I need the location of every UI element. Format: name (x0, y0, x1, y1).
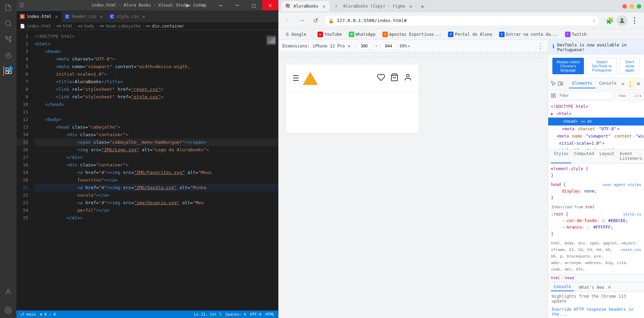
devtools-tab-elements[interactable]: Elements (569, 79, 596, 88)
devtools-inspect-icon[interactable] (551, 92, 556, 99)
chrome-tab-figma[interactable]: ✦ AluraBooks (Copy) - Figma ✕ (331, 1, 416, 11)
device-toggle-icon[interactable] (558, 79, 563, 88)
svg-rect-16 (551, 94, 553, 95)
tab-close-style-css[interactable]: ✕ (142, 14, 145, 19)
switch-devtools-button[interactable]: Switch DevTools to Portuguese (587, 58, 617, 74)
chrome-tab-close-figma[interactable]: ✕ (409, 3, 412, 9)
dimension-height-input[interactable] (380, 43, 397, 50)
bookmark-youtube[interactable]: ▶ YouTube (315, 30, 345, 39)
user-icon[interactable] (404, 73, 412, 83)
styles-tab-computed[interactable]: Computed (571, 150, 597, 163)
spaces[interactable]: Spaces: 4 (226, 312, 246, 317)
tab-index-html[interactable]: H index.html ✕ (16, 10, 61, 22)
git-branch[interactable]: ⎇ main (20, 312, 36, 317)
phone-hamburger-menu[interactable]: ☰ (292, 74, 299, 83)
dimensions-more-icon[interactable]: ⋮ (538, 42, 544, 50)
errors-count[interactable]: ⊗ 0 ⚠ 0 (40, 312, 56, 317)
device-select[interactable]: iPhone 12 Pro (312, 44, 345, 48)
devtools-tab-console[interactable]: Console (596, 79, 620, 88)
zoom-control[interactable]: 99% ▾ (400, 44, 410, 48)
more-menu-icon[interactable]: ⋮ (629, 15, 640, 26)
encoding[interactable]: UTF-8 (250, 312, 261, 317)
activity-account-icon[interactable] (3, 287, 13, 297)
line-col[interactable]: Ln 21, Col 1 (194, 312, 221, 317)
dom-line-meta-charset[interactable]: <meta charset="UTF-8"> (548, 125, 644, 133)
forward-button[interactable]: → (296, 15, 307, 26)
breadcrumb-html[interactable]: html (551, 276, 560, 280)
bookmark-apostas[interactable]: A Apostas Esportivas... (380, 30, 444, 39)
breadcrumb-item-5[interactable]: div.container (152, 24, 184, 29)
maximize-button[interactable]: □ (246, 0, 262, 10)
breadcrumb-item-4[interactable]: head.cabeçalho (106, 24, 140, 29)
device-dropdown-icon[interactable]: ▾ (347, 43, 350, 49)
dom-line-meta-viewport-cont: nitial-scale=1.0"> (548, 140, 644, 147)
reload-button[interactable]: ↺ (310, 15, 321, 26)
activity-search-icon[interactable] (3, 19, 13, 28)
override-http-link[interactable]: Override HTTP response headers in the... (548, 306, 644, 318)
run-button[interactable]: ▶ (180, 0, 196, 10)
devtools-settings-icon[interactable]: ⚙ (635, 79, 641, 88)
console-tab[interactable]: Console (551, 283, 574, 291)
cls-button[interactable]: .cls (630, 92, 644, 99)
dont-show-again-button[interactable]: Don't show again (620, 58, 640, 74)
language[interactable]: HTML (266, 312, 275, 317)
extensions-icon[interactable]: 🧩 (604, 15, 615, 26)
bookmark-google[interactable]: G Google (282, 30, 309, 39)
url-bar[interactable]: 🔒 127.0.0.1:5500/index.html# ☆ (324, 15, 600, 26)
phone-header: ☰ (286, 65, 419, 92)
chrome-close-btn[interactable] (622, 4, 627, 9)
profile-icon[interactable] (617, 15, 628, 26)
dom-line-html-open[interactable]: ▶ <html> (548, 110, 644, 118)
breadcrumb-item-3[interactable]: body (84, 24, 94, 29)
tab-header-css[interactable]: C header.css ✕ (61, 10, 106, 22)
devtools-tabs-more-icon[interactable]: » (620, 79, 626, 88)
chrome-maximize-btn[interactable] (637, 4, 641, 9)
activity-extensions-icon[interactable]: 1 (3, 66, 13, 76)
activity-debug-icon[interactable] (3, 50, 13, 60)
cursor-tool-icon[interactable] (551, 79, 556, 88)
activity-settings-icon[interactable] (3, 306, 13, 315)
match-language-button[interactable]: Always match Chrome's language (552, 58, 584, 74)
bookmarks-bar: G Google ▶ YouTube W WhatsApp A Apostas … (278, 29, 644, 40)
bookmark-entrar[interactable]: E Entrar na conta da... (496, 30, 561, 39)
breadcrumb-head[interactable]: head (565, 276, 574, 280)
bookmark-twitch[interactable]: T Twitch (562, 30, 589, 39)
chrome-tab-alurabooks[interactable]: 📚 AluraBooks ✕ (281, 1, 330, 11)
dimension-width-input[interactable] (356, 43, 372, 50)
breadcrumb-item-2[interactable]: html (63, 24, 73, 29)
breadcrumb: 📄 index.html › <> html › <> body › <> he… (16, 22, 278, 30)
activity-git-icon[interactable] (3, 34, 13, 44)
close-button[interactable]: ✕ (262, 0, 278, 10)
back-button[interactable]: ← (283, 15, 294, 26)
styles-tab-event-listeners[interactable]: Event Listeners (617, 150, 644, 163)
breadcrumb-item-1[interactable]: index.html (26, 24, 51, 29)
minimize-button[interactable]: ─ (229, 0, 245, 10)
styles-tab-styles[interactable]: Styles (551, 150, 571, 163)
chrome-new-tab-button[interactable]: + (418, 1, 427, 11)
chrome-minimize-btn[interactable] (630, 4, 634, 9)
chrome-tab-close-alurabooks[interactable]: ✕ (322, 3, 325, 9)
editor: 1 2 3 4 5 6 7 8 9 10 11 12 13 14 15 16 1… (16, 30, 278, 310)
devtools-filter-input[interactable] (557, 92, 613, 99)
tab-close-header-css[interactable]: ✕ (100, 14, 103, 19)
bookmark-whatsapp[interactable]: W WhatsApp (346, 30, 378, 39)
tab-close-index-html[interactable]: ✕ (55, 14, 58, 19)
bookmark-portal[interactable]: P Portal do Aluno (445, 30, 495, 39)
more-actions-button[interactable]: ⋯ (213, 0, 229, 10)
whats-new-close[interactable]: ✕ (608, 284, 611, 290)
url-bookmark-icon[interactable]: ☆ (592, 17, 596, 24)
dom-line-head[interactable]: ▶ <head> == $0 (548, 118, 644, 125)
favorites-icon[interactable] (377, 73, 385, 83)
styles-tab-layout[interactable]: Layout (597, 150, 617, 163)
console-row: Console What's New ✕ (548, 282, 644, 292)
menu-icon[interactable]: ☰ (19, 2, 24, 9)
code-editor[interactable]: <!DOCTYPE html> <html> <head> <meta char… (31, 30, 278, 310)
dom-line-meta-viewport[interactable]: <meta name="viewport" content="width=dev… (548, 133, 644, 140)
bag-icon[interactable] (390, 73, 399, 83)
whats-new-tab[interactable]: What's New ✕ (577, 283, 614, 291)
svg-rect-7 (6, 71, 8, 74)
hov-button[interactable]: :hov (615, 92, 629, 99)
tab-style-css[interactable]: C style.css ✕ (106, 10, 148, 22)
split-editor-button[interactable]: ⊟ (196, 0, 212, 10)
activity-files-icon[interactable] (3, 3, 13, 12)
